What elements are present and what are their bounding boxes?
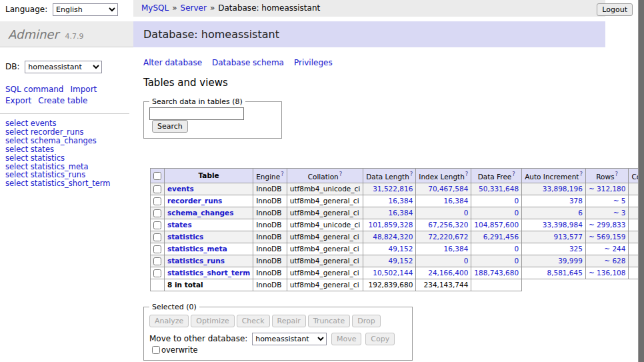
help-icon[interactable]: ? bbox=[579, 171, 583, 177]
sidebar-link-import[interactable]: Import bbox=[70, 85, 97, 94]
auto-increment-link[interactable]: 33,398,984 bbox=[543, 221, 583, 229]
action-link-alter-database[interactable]: Alter database bbox=[143, 58, 202, 67]
data-length-link[interactable]: 101,859,328 bbox=[369, 221, 413, 229]
overwrite-checkbox[interactable] bbox=[152, 346, 160, 354]
select-all-checkbox[interactable] bbox=[153, 172, 161, 180]
scrollbar[interactable] bbox=[638, 0, 644, 362]
table-link-recorder-runs[interactable]: recorder_runs bbox=[167, 197, 222, 205]
sidebar-link-create-table[interactable]: Create table bbox=[38, 96, 87, 105]
table-link-statistics-short-term[interactable]: statistics_short_term bbox=[167, 269, 250, 277]
table-link-schema-changes[interactable]: schema_changes bbox=[167, 209, 234, 217]
row-checkbox[interactable] bbox=[153, 233, 161, 241]
row-checkbox[interactable] bbox=[153, 185, 161, 193]
logout-button[interactable]: Logout bbox=[597, 3, 633, 16]
help-icon[interactable]: ? bbox=[339, 171, 343, 177]
drop-button[interactable]: Drop bbox=[352, 315, 380, 327]
optimize-button[interactable]: Optimize bbox=[191, 315, 234, 327]
action-link-privileges[interactable]: Privileges bbox=[294, 58, 333, 67]
data-length-link[interactable]: 10,502,144 bbox=[373, 269, 413, 277]
check-button[interactable]: Check bbox=[237, 315, 270, 327]
sidebar-table-link-select-statistics-short-term[interactable]: select statistics_short_term bbox=[5, 179, 133, 188]
truncate-button[interactable]: Truncate bbox=[308, 315, 350, 327]
index-length-cell: 0 bbox=[416, 255, 471, 267]
help-icon[interactable]: ? bbox=[410, 171, 413, 177]
table-link-statistics-meta[interactable]: statistics_meta bbox=[167, 245, 227, 253]
row-checkbox[interactable] bbox=[153, 245, 161, 253]
auto-increment-link[interactable]: 39,999 bbox=[558, 257, 583, 265]
auto-increment-link[interactable]: 913,577 bbox=[554, 233, 583, 241]
data-length-link[interactable]: 48,824,320 bbox=[373, 233, 413, 241]
data-length-link[interactable]: 16,384 bbox=[389, 209, 413, 217]
data-free-link[interactable]: 50,331,648 bbox=[479, 185, 519, 193]
language-select[interactable]: English bbox=[53, 3, 118, 16]
rows-link[interactable]: ~ 312,180 bbox=[589, 185, 626, 193]
index-length-link[interactable]: 72,220,672 bbox=[428, 233, 468, 241]
sidebar-table-link-select-schema-changes[interactable]: select schema_changes bbox=[5, 137, 133, 145]
breadcrumb-server[interactable]: Server bbox=[181, 3, 207, 13]
index-length-link[interactable]: 0 bbox=[464, 209, 469, 217]
data-length-link[interactable]: 16,384 bbox=[389, 197, 413, 205]
row-checkbox[interactable] bbox=[153, 269, 161, 277]
row-checkbox[interactable] bbox=[153, 221, 161, 229]
help-icon[interactable]: ? bbox=[512, 171, 515, 177]
table-link-states[interactable]: states bbox=[167, 221, 192, 229]
data-free-link[interactable]: 104,857,600 bbox=[474, 221, 519, 229]
row-checkbox[interactable] bbox=[153, 257, 161, 265]
rows-cell: ~ 628 bbox=[585, 255, 629, 267]
repair-button[interactable]: Repair bbox=[272, 315, 306, 327]
rows-link[interactable]: ~ 136,108 bbox=[589, 269, 626, 277]
auto-increment-link[interactable]: 325 bbox=[569, 245, 583, 253]
row-checkbox[interactable] bbox=[153, 209, 161, 217]
index-length-link[interactable]: 24,166,400 bbox=[428, 269, 468, 277]
move-db-select[interactable]: homeassistant bbox=[252, 333, 327, 345]
table-link-statistics-runs[interactable]: statistics_runs bbox=[167, 257, 225, 265]
rows-link[interactable]: ~ 628 bbox=[604, 257, 625, 265]
auto-increment-link[interactable]: 8,581,645 bbox=[547, 269, 582, 277]
data-length-link[interactable]: 31,522,816 bbox=[373, 185, 413, 193]
index-length-link[interactable]: 16,384 bbox=[444, 245, 469, 253]
action-link-database-schema[interactable]: Database schema bbox=[212, 58, 284, 67]
rows-link[interactable]: ~ 299,833 bbox=[589, 221, 626, 229]
rows-link[interactable]: ~ 3 bbox=[613, 209, 626, 217]
auto-increment-link[interactable]: 33,898,196 bbox=[543, 185, 583, 193]
sidebar-link-export[interactable]: Export bbox=[5, 96, 31, 105]
data-length-link[interactable]: 49,152 bbox=[389, 245, 413, 253]
db-select[interactable]: homeassistant bbox=[25, 61, 102, 73]
auto-increment-link[interactable]: 378 bbox=[569, 197, 583, 205]
rows-link[interactable]: ~ 244 bbox=[604, 245, 625, 253]
sidebar-table-link-select-recorder-runs[interactable]: select recorder_runs bbox=[5, 128, 133, 137]
index-length-link[interactable]: 67,256,320 bbox=[428, 221, 468, 229]
rows-link[interactable]: ~ 5 bbox=[613, 197, 626, 205]
rows-link[interactable]: ~ 569,159 bbox=[589, 233, 626, 241]
sidebar-table-link-select-events[interactable]: select events bbox=[5, 119, 133, 128]
table-link-statistics[interactable]: statistics bbox=[167, 233, 203, 241]
adminer-logo-link[interactable]: Adminer bbox=[8, 27, 59, 41]
analyze-button[interactable]: Analyze bbox=[149, 315, 189, 327]
move-button[interactable]: Move bbox=[331, 333, 362, 345]
help-icon[interactable]: ? bbox=[281, 171, 284, 177]
sidebar-table-link-select-states[interactable]: select states bbox=[5, 145, 133, 154]
help-icon[interactable]: ? bbox=[615, 171, 619, 177]
index-length-link[interactable]: 0 bbox=[464, 257, 469, 265]
data-free-link[interactable]: 0 bbox=[514, 245, 519, 253]
data-free-link[interactable]: 0 bbox=[514, 257, 519, 265]
row-checkbox[interactable] bbox=[153, 197, 161, 205]
data-free-link[interactable]: 6,291,456 bbox=[483, 233, 519, 241]
data-free-link[interactable]: 0 bbox=[514, 197, 519, 205]
copy-button[interactable]: Copy bbox=[365, 333, 395, 345]
index-length-link[interactable]: 16,384 bbox=[444, 197, 469, 205]
auto-increment-link[interactable]: 6 bbox=[578, 209, 583, 217]
data-free-link[interactable]: 0 bbox=[514, 209, 519, 217]
search-button[interactable]: Search bbox=[152, 120, 188, 133]
breadcrumb-mysql[interactable]: MySQL bbox=[141, 3, 169, 13]
data-length-link[interactable]: 49,152 bbox=[389, 257, 413, 265]
col-header-data-free: Data Free? bbox=[471, 169, 522, 183]
sidebar-link-sql-command[interactable]: SQL command bbox=[5, 85, 63, 94]
collation-cell: utf8mb4_general_ci bbox=[287, 243, 363, 255]
search-input[interactable] bbox=[149, 107, 244, 120]
help-icon[interactable]: ? bbox=[465, 171, 469, 177]
data-free-link[interactable]: 188,743,680 bbox=[474, 269, 519, 277]
sidebar-table-link-select-statistics[interactable]: select statistics bbox=[5, 154, 133, 163]
table-link-events[interactable]: events bbox=[167, 185, 194, 193]
index-length-link[interactable]: 70,467,584 bbox=[428, 185, 468, 193]
